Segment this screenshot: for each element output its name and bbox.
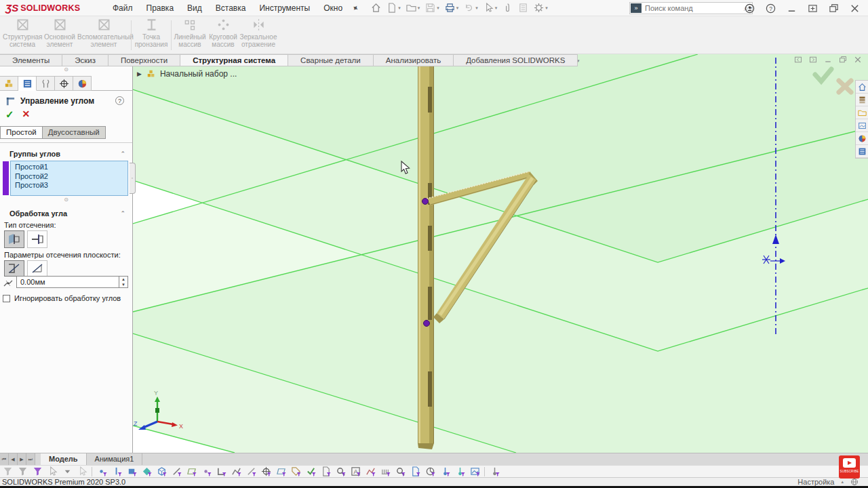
expand-arrow-icon[interactable]: ▶ xyxy=(137,70,142,77)
ribbon-button[interactable]: Вспомогательный элемент xyxy=(77,18,130,48)
ribbon-button[interactable]: Основной элемент xyxy=(43,18,76,48)
cancel-button[interactable]: ✕ xyxy=(22,108,31,122)
menu-item[interactable]: Окно xyxy=(317,1,349,15)
menu-item[interactable]: Правка xyxy=(140,1,181,15)
window-prev-icon[interactable] xyxy=(794,56,802,65)
home-icon[interactable] xyxy=(371,3,381,13)
open-icon[interactable]: ▾ xyxy=(406,3,420,13)
select-icon[interactable]: ▾ xyxy=(484,3,498,13)
pin-icon[interactable]: ✦ xyxy=(350,2,361,14)
plane-param-2-button[interactable] xyxy=(27,260,47,277)
view-palette-icon[interactable] xyxy=(856,119,868,132)
filter-icon[interactable] xyxy=(258,466,273,477)
filter-icon[interactable] xyxy=(45,466,60,477)
pm-subtab[interactable]: Двусоставный xyxy=(43,126,106,139)
close-icon[interactable] xyxy=(850,3,860,14)
window-next-icon[interactable] xyxy=(809,56,817,65)
save-icon[interactable]: ▾ xyxy=(425,3,439,13)
subscribe-badge[interactable]: SUBSCRIBE xyxy=(839,455,860,479)
options-icon[interactable]: ▾ xyxy=(534,3,548,13)
menu-item[interactable]: Инструменты xyxy=(252,1,317,15)
ribbon-button[interactable]: Структурная система xyxy=(3,18,42,48)
filter-icon[interactable] xyxy=(139,466,154,477)
graphics-viewport[interactable]: Y X Z ▶ Начальный набор ... xyxy=(133,54,868,453)
offset-spinner[interactable]: ▲▼ xyxy=(119,276,128,288)
group-header-corner-treatment[interactable]: Обработка угла ⌃ xyxy=(0,207,132,219)
file-explorer-icon[interactable] xyxy=(856,106,868,119)
filter-icon[interactable] xyxy=(363,466,378,477)
filter-icon[interactable] xyxy=(109,466,124,477)
filter-icon[interactable] xyxy=(229,466,243,477)
filter-icon[interactable] xyxy=(60,466,75,477)
featuremanager-tab[interactable] xyxy=(0,76,18,91)
filter-icon[interactable] xyxy=(437,466,452,477)
window-restore-icon[interactable] xyxy=(839,56,847,65)
filter-icon[interactable] xyxy=(318,466,333,477)
filter-icon[interactable] xyxy=(452,466,467,477)
attach-icon[interactable] xyxy=(502,3,513,13)
filter-icon[interactable] xyxy=(333,466,348,477)
command-tab[interactable]: Элементы xyxy=(0,54,62,66)
filter-icon[interactable] xyxy=(348,466,363,477)
tab-nav-button[interactable]: ⏭ xyxy=(26,453,35,465)
print-icon[interactable]: ▾ xyxy=(445,3,459,13)
ribbon-button[interactable]: Зеркальное отражение xyxy=(239,18,277,48)
menu-item[interactable]: Вставка xyxy=(209,1,253,15)
command-tab[interactable]: Структурная система xyxy=(180,54,288,66)
command-tab[interactable]: Поверхности xyxy=(108,54,180,66)
filter-icon[interactable] xyxy=(243,466,258,477)
globe-icon[interactable] xyxy=(850,478,859,486)
new-document-icon[interactable]: ▾ xyxy=(387,3,401,13)
undo-icon[interactable]: ▾ xyxy=(464,3,478,13)
filter-icon[interactable] xyxy=(75,466,90,477)
feature-tree-root-label[interactable]: Начальный набор ... xyxy=(160,69,237,79)
angle-group-item[interactable]: Простой1 xyxy=(15,163,127,172)
panel-splitter-handle[interactable]: ◦ xyxy=(130,163,136,194)
minimize-icon[interactable] xyxy=(787,3,797,14)
panel-grip[interactable]: ⊙ xyxy=(0,66,132,76)
window-close-icon[interactable] xyxy=(854,56,862,65)
ignore-checkbox[interactable] xyxy=(3,295,10,302)
feature-tree-root[interactable]: ▶ Начальный набор ... xyxy=(137,69,237,79)
filter-icon[interactable] xyxy=(487,466,502,477)
customize-label[interactable]: Настройка xyxy=(797,478,834,486)
user-account-icon[interactable] xyxy=(745,3,755,14)
customize-caret-icon[interactable]: ▴ xyxy=(841,479,844,485)
rebuild-icon[interactable] xyxy=(518,3,528,13)
offset-value-input[interactable]: 0.00мм xyxy=(16,276,119,288)
trim-type-bodies-button[interactable] xyxy=(4,230,24,248)
filter-icon[interactable] xyxy=(408,466,422,477)
expand-icon[interactable] xyxy=(808,3,818,14)
filter-icon[interactable] xyxy=(124,466,139,477)
propertymanager-tab[interactable] xyxy=(18,76,37,91)
angle-group-item[interactable]: Простой2 xyxy=(15,172,127,182)
plane-param-1-button[interactable] xyxy=(4,260,24,277)
column-beam[interactable] xyxy=(418,56,434,449)
command-tab[interactable]: Эскиз xyxy=(62,54,108,66)
pm-subtab[interactable]: Простой xyxy=(0,126,43,139)
taskpane-home-icon[interactable] xyxy=(856,81,868,94)
tab-nav-button[interactable]: ⏮ xyxy=(0,453,9,465)
filter-icon[interactable] xyxy=(422,466,437,477)
command-tab[interactable]: Сварные детали xyxy=(288,54,374,66)
filter-icon[interactable] xyxy=(288,466,303,477)
model-tab[interactable]: Анимация1 xyxy=(87,453,143,465)
filter-icon[interactable] xyxy=(214,466,229,477)
filter-icon[interactable] xyxy=(273,466,288,477)
filter-icon[interactable] xyxy=(184,466,199,477)
appearances-icon[interactable] xyxy=(856,132,868,145)
tab-nav-button[interactable]: ▶ xyxy=(18,453,26,465)
filter-icon[interactable] xyxy=(94,466,109,477)
filter-icon[interactable] xyxy=(169,466,184,477)
pm-help-icon[interactable]: ? xyxy=(115,96,124,105)
ribbon-button[interactable]: Линейный массив xyxy=(173,18,207,48)
filter-icon[interactable] xyxy=(199,466,214,477)
filter-icon[interactable] xyxy=(15,466,30,477)
ribbon-button[interactable]: Точка пронзания xyxy=(134,18,169,48)
filter-icon[interactable] xyxy=(30,466,45,477)
connection-point[interactable] xyxy=(424,321,430,327)
angle-group-item[interactable]: Простой3 xyxy=(15,181,127,190)
configuration-tab[interactable] xyxy=(37,76,55,91)
dimxpert-tab[interactable] xyxy=(55,76,73,91)
filter-icon[interactable] xyxy=(378,466,393,477)
